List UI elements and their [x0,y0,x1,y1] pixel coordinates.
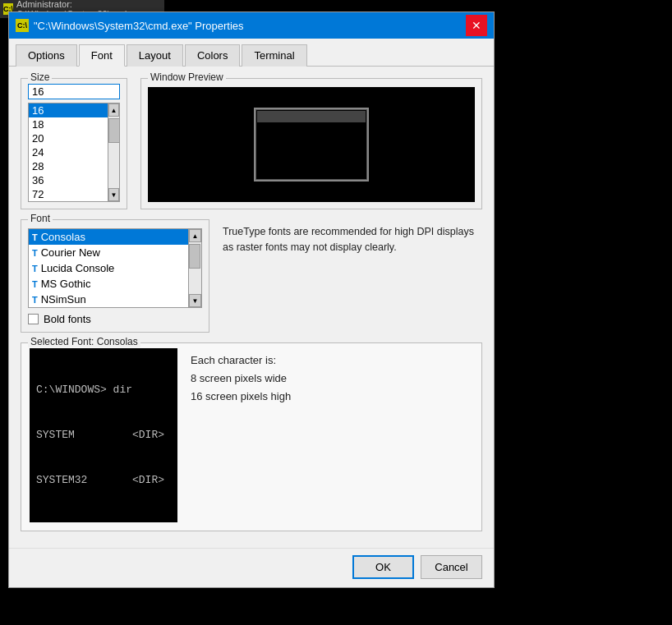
size-group-label: Size [28,71,52,83]
tab-bar: Options Font Layout Colors Terminal [9,39,494,67]
font-name-consolas: Consolas [41,231,85,243]
preview-line-3: SYSTEM32 <DIR> [36,473,171,488]
size-list[interactable]: 16 18 20 24 28 36 72 [28,103,108,202]
font-scroll-track[interactable] [189,242,201,294]
truetype-icon-courier: T [32,248,38,258]
font-group-label: Font [28,213,53,224]
dialog-titlebar: C:\ "C:\Windows\System32\cmd.exe" Proper… [9,12,494,39]
preview-line-1: C:\WINDOWS> dir [36,383,171,398]
scrollbar-down-btn[interactable]: ▼ [108,188,119,201]
font-item-msgothic[interactable]: T MS Gothic [29,276,188,292]
cancel-button[interactable]: Cancel [421,555,482,579]
size-item-18[interactable]: 18 [29,117,108,131]
font-hint-text: TrueType fonts are recommended for high … [223,226,474,253]
truetype-icon-nsimsun: T [32,295,38,305]
char-width-label: 8 screen pixels wide [191,370,291,388]
preview-area [148,87,475,202]
scrollbar-track[interactable] [108,117,119,188]
font-scroll-up[interactable]: ▲ [189,229,201,242]
size-input[interactable] [28,84,120,99]
font-item-nsimsun[interactable]: T NSimSun [29,292,188,307]
size-item-24[interactable]: 24 [29,145,108,159]
tab-font[interactable]: Font [79,44,125,67]
font-preview-terminal: C:\WINDOWS> dir SYSTEM <DIR> SYSTEM32 <D… [30,348,177,522]
font-scrollbar[interactable]: ▲ ▼ [188,229,201,307]
font-name-msgothic: MS Gothic [41,278,91,290]
scrollbar-up-btn[interactable]: ▲ [108,103,119,117]
window-preview-group: Window Preview [140,78,482,209]
dialog-title-icon: C:\ [16,19,29,32]
font-name-courier: Courier New [41,246,100,259]
selected-font-section: Selected Font: Consolas C:\WINDOWS> dir … [21,342,482,531]
font-item-consolas[interactable]: T Consolas [29,229,188,245]
font-list-container: T Consolas T Courier New T Lucida Consol… [28,228,202,308]
tab-terminal[interactable]: Terminal [242,44,306,67]
dialog-content: Size 16 18 20 24 28 36 72 ▲ [9,67,494,548]
size-item-72[interactable]: 72 [29,187,108,201]
truetype-icon-consolas: T [32,232,38,242]
selected-font-group: Selected Font: Consolas C:\WINDOWS> dir … [21,342,482,531]
size-scrollbar[interactable]: ▲ ▼ [108,103,120,202]
preview-window [254,108,369,182]
tab-options[interactable]: Options [16,44,77,67]
truetype-icon-msgothic: T [32,279,38,289]
font-list-group: Font T Consolas T Courier New T [21,219,209,333]
size-item-28[interactable]: 28 [29,159,108,173]
char-height-label: 16 screen pixels high [191,388,291,406]
preview-line-2: SYSTEM <DIR> [36,428,171,443]
dialog-titlebar-left: C:\ "C:\Windows\System32\cmd.exe" Proper… [16,19,244,32]
size-group: Size 16 18 20 24 28 36 72 ▲ [21,78,127,209]
font-scroll-thumb[interactable] [189,244,200,269]
tab-layout[interactable]: Layout [127,44,183,67]
char-info: Each character is: 8 screen pixels wide … [191,348,291,406]
bold-label: Bold fonts [44,313,91,325]
font-item-courier-new[interactable]: T Courier New [29,245,188,260]
scrollbar-thumb[interactable] [108,118,120,143]
font-item-lucida[interactable]: T Lucida Console [29,260,188,276]
font-section: Font T Consolas T Courier New T [21,219,482,333]
font-hint-box: TrueType fonts are recommended for high … [223,219,482,333]
font-name-nsimsun: NSimSun [41,293,86,306]
size-list-container: 16 18 20 24 28 36 72 ▲ ▼ [28,103,120,202]
dialog-buttons: OK Cancel [9,548,494,587]
size-item-20[interactable]: 20 [29,131,108,145]
dialog-title-text: "C:\Windows\System32\cmd.exe" Properties [34,20,244,32]
bold-checkbox-row: Bold fonts [28,313,202,325]
char-info-label: Each character is: [191,352,291,370]
ok-button[interactable]: OK [352,555,414,579]
size-item-36[interactable]: 36 [29,173,108,187]
font-name-lucida: Lucida Console [41,262,115,274]
top-section: Size 16 18 20 24 28 36 72 ▲ [21,78,482,209]
truetype-icon-lucida: T [32,264,38,273]
properties-dialog: C:\ "C:\Windows\System32\cmd.exe" Proper… [8,11,495,588]
tab-colors[interactable]: Colors [185,44,241,67]
bold-checkbox[interactable] [28,314,39,324]
size-item-16[interactable]: 16 [29,103,108,117]
font-scroll-down[interactable]: ▼ [189,294,201,307]
font-list[interactable]: T Consolas T Courier New T Lucida Consol… [29,229,188,307]
window-preview-label: Window Preview [148,71,226,83]
close-button[interactable]: ✕ [466,15,487,36]
selected-font-label: Selected Font: Consolas [28,336,140,347]
